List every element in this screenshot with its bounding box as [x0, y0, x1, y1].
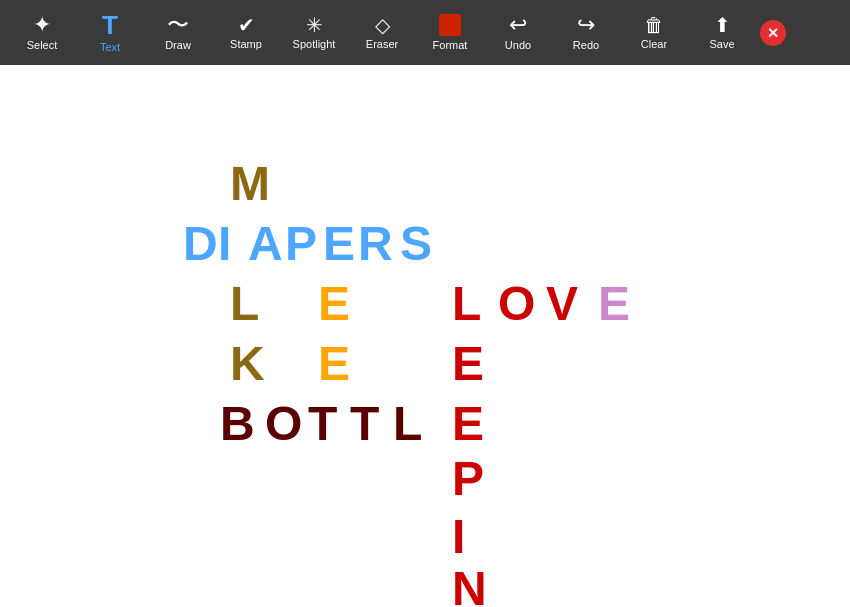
text-label: Text: [100, 41, 120, 53]
eraser-icon: ◇: [375, 15, 390, 35]
canvas-letter: A: [248, 220, 283, 268]
toolbar: ✦ Select T Text 〜 Draw ✔ Stamp ✳ Spotlig…: [0, 0, 850, 65]
draw-label: Draw: [165, 39, 191, 51]
tool-spotlight[interactable]: ✳ Spotlight: [280, 4, 348, 62]
canvas: MDIAPERSLELOVEKEEBOTTLEPING: [0, 65, 850, 607]
text-icon: T: [102, 12, 118, 38]
eraser-label: Eraser: [366, 38, 398, 50]
canvas-letter: T: [350, 400, 379, 448]
canvas-letter: E: [452, 340, 484, 388]
tool-stamp[interactable]: ✔ Stamp: [212, 4, 280, 62]
spotlight-label: Spotlight: [293, 38, 336, 50]
canvas-letter: S: [400, 220, 432, 268]
clear-label: Clear: [641, 38, 667, 50]
close-button[interactable]: ✕: [760, 20, 786, 46]
spotlight-icon: ✳: [306, 15, 323, 35]
clear-icon: 🗑: [644, 15, 664, 35]
canvas-letter: K: [230, 340, 265, 388]
redo-icon: ↪: [577, 14, 595, 36]
undo-label: Undo: [505, 39, 531, 51]
save-icon: ⬆: [714, 15, 731, 35]
tool-eraser[interactable]: ◇ Eraser: [348, 4, 416, 62]
canvas-letter: L: [230, 280, 259, 328]
tool-format[interactable]: Format: [416, 4, 484, 62]
save-label: Save: [709, 38, 734, 50]
canvas-letter: E: [318, 280, 350, 328]
canvas-letter: E: [323, 220, 355, 268]
draw-icon: 〜: [167, 14, 189, 36]
tool-clear[interactable]: 🗑 Clear: [620, 4, 688, 62]
format-icon: [439, 14, 461, 36]
tool-text[interactable]: T Text: [76, 4, 144, 62]
canvas-letter: P: [452, 455, 484, 503]
canvas-letter: I: [452, 513, 465, 561]
canvas-letter: O: [265, 400, 302, 448]
canvas-letter: E: [598, 280, 630, 328]
undo-icon: ↩: [509, 14, 527, 36]
stamp-icon: ✔: [238, 15, 255, 35]
canvas-letter: T: [308, 400, 337, 448]
canvas-letter: M: [230, 160, 270, 208]
canvas-letter: B: [220, 400, 255, 448]
stamp-label: Stamp: [230, 38, 262, 50]
format-label: Format: [433, 39, 468, 51]
select-label: Select: [27, 39, 58, 51]
canvas-letter: E: [452, 400, 484, 448]
select-icon: ✦: [33, 14, 51, 36]
tool-save[interactable]: ⬆ Save: [688, 4, 756, 62]
canvas-letter: P: [285, 220, 317, 268]
canvas-letter: L: [452, 280, 481, 328]
tool-draw[interactable]: 〜 Draw: [144, 4, 212, 62]
tool-select[interactable]: ✦ Select: [8, 4, 76, 62]
redo-label: Redo: [573, 39, 599, 51]
canvas-letter: V: [546, 280, 578, 328]
canvas-letter: N: [452, 565, 487, 607]
canvas-letter: L: [393, 400, 422, 448]
canvas-letter: D: [183, 220, 218, 268]
tool-undo[interactable]: ↩ Undo: [484, 4, 552, 62]
canvas-letter: R: [358, 220, 393, 268]
tool-redo[interactable]: ↪ Redo: [552, 4, 620, 62]
canvas-letter: I: [218, 220, 231, 268]
canvas-letter: E: [318, 340, 350, 388]
canvas-letter: O: [498, 280, 535, 328]
